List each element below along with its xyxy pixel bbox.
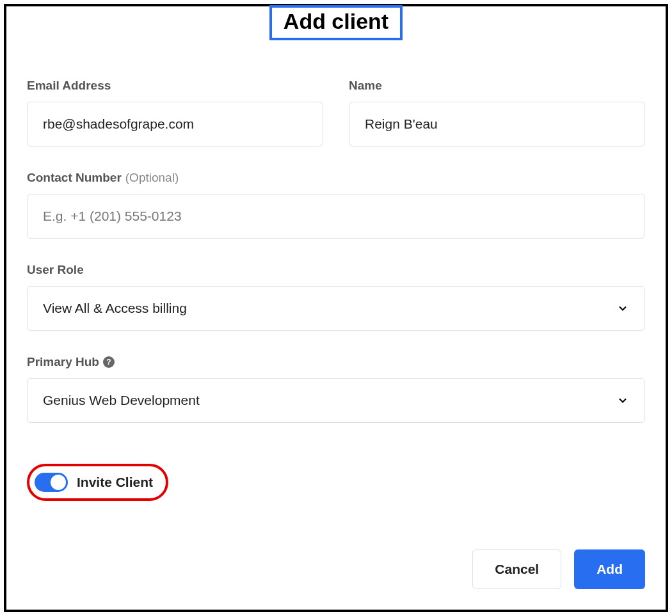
role-selected-value: View All & Access billing [43, 301, 187, 316]
toggle-knob [51, 475, 66, 490]
field-contact: Contact Number (Optional) [27, 171, 645, 239]
hub-label: Primary Hub ? [27, 355, 645, 369]
field-email: Email Address [27, 79, 323, 146]
dialog-footer: Cancel Add [472, 549, 645, 589]
role-select[interactable]: View All & Access billing [27, 286, 645, 331]
field-hub: Primary Hub ? Genius Web Development [27, 355, 645, 423]
hub-selected-value: Genius Web Development [43, 393, 200, 408]
invite-client-highlight: Invite Client [27, 464, 168, 501]
contact-input[interactable] [27, 194, 645, 239]
contact-optional-text: (Optional) [125, 171, 179, 185]
title-container: Add client [27, 6, 645, 40]
field-role: User Role View All & Access billing [27, 263, 645, 331]
field-name: Name [349, 79, 645, 146]
cancel-button[interactable]: Cancel [472, 549, 561, 589]
help-icon[interactable]: ? [103, 356, 115, 368]
name-input[interactable] [349, 102, 645, 146]
invite-client-label: Invite Client [77, 475, 153, 490]
chevron-down-icon [616, 394, 629, 407]
contact-label: Contact Number (Optional) [27, 171, 645, 185]
email-label: Email Address [27, 79, 323, 93]
invite-client-toggle[interactable] [35, 473, 68, 492]
chevron-down-icon [616, 302, 629, 315]
name-label: Name [349, 79, 645, 93]
email-input[interactable] [27, 102, 323, 146]
title-highlight-box: Add client [269, 5, 403, 40]
hub-label-text: Primary Hub [27, 355, 99, 369]
add-client-dialog: Add client Email Address Name Contact Nu… [4, 4, 668, 612]
row-email-name: Email Address Name [27, 79, 645, 146]
dialog-title: Add client [284, 9, 388, 34]
hub-select[interactable]: Genius Web Development [27, 378, 645, 423]
add-button[interactable]: Add [574, 549, 645, 589]
role-label: User Role [27, 263, 645, 277]
contact-label-text: Contact Number [27, 171, 122, 185]
